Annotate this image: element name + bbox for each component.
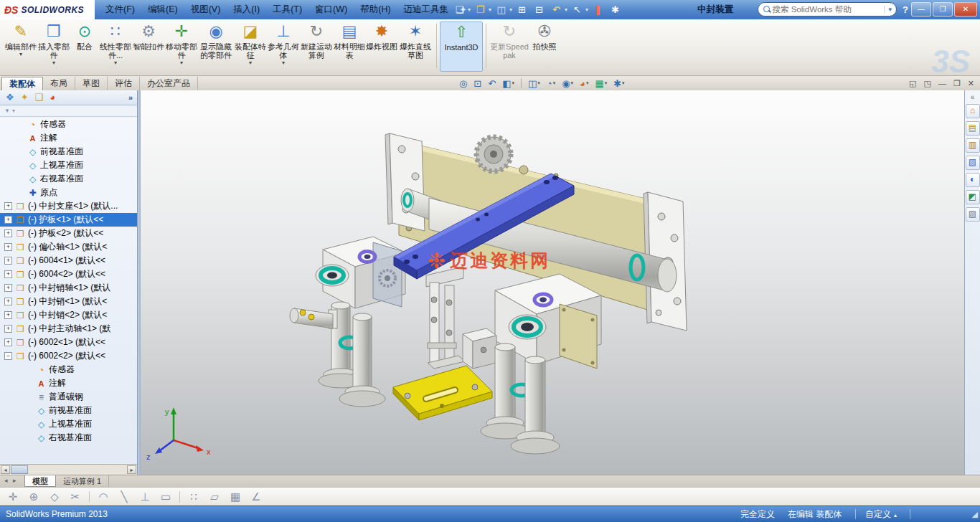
- dropdown-arrow-icon[interactable]: ▾: [509, 6, 512, 13]
- edit-appearance-button[interactable]: ◕▾: [580, 78, 588, 89]
- menu-window[interactable]: 窗口(W): [308, 0, 354, 19]
- section-view-button[interactable]: ◧▾: [502, 78, 514, 89]
- options-button[interactable]: ✱: [608, 1, 623, 19]
- dropdown-arrow-icon[interactable]: ▾: [489, 6, 491, 13]
- displaymanager-tab-icon[interactable]: ◕: [50, 91, 55, 104]
- edit-component-button[interactable]: ✎ 编辑部件 ▾: [4, 22, 37, 72]
- close-button[interactable]: ✕: [954, 2, 977, 16]
- slot-tool-icon[interactable]: ▱: [207, 490, 222, 503]
- customize-menu[interactable]: 自定义▴: [865, 506, 897, 522]
- menu-file[interactable]: 文件(F): [99, 0, 141, 19]
- expand-toggle[interactable]: −: [4, 352, 12, 360]
- pane-splitter-left-icon[interactable]: ◂: [4, 477, 8, 484]
- filter-dropdown-icon[interactable]: ▾: [12, 108, 15, 114]
- tab-sketch[interactable]: 草图: [75, 77, 108, 90]
- part-mid-block[interactable]: [463, 328, 496, 369]
- update-speedpak-button[interactable]: ↻ 更新Speedpak: [489, 22, 529, 72]
- part-left-stub-shaft[interactable]: [290, 308, 337, 328]
- new-motion-study-button[interactable]: ↻ 新建运动算例: [300, 22, 333, 72]
- expand-toggle[interactable]: +: [4, 284, 12, 292]
- tab-motion-study-1[interactable]: 运动算例 1: [56, 475, 109, 487]
- dropdown-arrow-icon[interactable]: ▾: [180, 60, 183, 66]
- configurationmanager-tab-icon[interactable]: ❑: [35, 91, 44, 104]
- bill-of-materials-button[interactable]: ▤ 材料明细表: [333, 22, 366, 72]
- panel-flyout-chevron[interactable]: »: [128, 93, 137, 102]
- expand-toggle[interactable]: +: [4, 270, 12, 278]
- menu-view[interactable]: 视图(V): [184, 0, 227, 19]
- view-orientation-button[interactable]: ◫▾: [528, 78, 540, 89]
- smart-fasteners-button[interactable]: ⚙ 智能扣件: [132, 22, 165, 72]
- scroll-right-button[interactable]: ▸: [127, 465, 136, 474]
- zoom-to-fit-button[interactable]: ◎: [459, 78, 467, 89]
- custom-properties-icon[interactable]: ▨: [966, 207, 980, 222]
- scrollbar-thumb[interactable]: [11, 465, 28, 474]
- tree-item[interactable]: +❒(-) 中封销轴<1> (默认: [0, 281, 137, 295]
- help-button[interactable]: ?: [903, 0, 908, 19]
- expand-toggle[interactable]: +: [4, 243, 12, 251]
- expand-toggle[interactable]: +: [4, 325, 12, 333]
- minimize-button[interactable]: —: [911, 2, 931, 16]
- display-style-button[interactable]: ◔▾: [547, 78, 555, 89]
- graphics-area[interactable]: y x z ❉ 迈迪资料网: [141, 90, 964, 475]
- scroll-left-button[interactable]: ◂: [1, 465, 10, 474]
- sketch-pattern-tool-icon[interactable]: ∷: [187, 490, 201, 503]
- model-canvas[interactable]: y x z: [141, 90, 964, 475]
- arc-tool-icon[interactable]: ◠: [96, 490, 110, 503]
- doc-minimize-button[interactable]: —: [938, 79, 946, 87]
- propertymanager-tab-icon[interactable]: ✦: [21, 91, 29, 104]
- help-search-box[interactable]: ▾: [758, 2, 897, 16]
- zoom-to-area-button[interactable]: ⊡: [473, 78, 481, 89]
- window-layout-icon[interactable]: ◱: [909, 79, 916, 88]
- tree-item[interactable]: +❒(-) 偏心轴<1> (默认<: [0, 240, 137, 254]
- tree-item[interactable]: A注解: [0, 131, 137, 145]
- undo-button[interactable]: ↶: [549, 1, 564, 19]
- corner-rectangle-tool-icon[interactable]: ▭: [159, 490, 173, 503]
- tree-item[interactable]: ◇右视基准面: [0, 172, 137, 186]
- tree-item[interactable]: +❒(-) 6004<2> (默认<<: [0, 267, 137, 281]
- tab-office-products[interactable]: 办公室产品: [140, 77, 198, 90]
- view-palette-icon[interactable]: ▧: [966, 156, 980, 170]
- solidworks-resources-icon[interactable]: ⌂: [966, 104, 980, 118]
- tree-horizontal-scrollbar[interactable]: ◂ ▸: [0, 464, 137, 475]
- part-yellow-plate[interactable]: [393, 366, 492, 420]
- select-point-tool-icon[interactable]: ✛: [6, 490, 20, 503]
- tree-item[interactable]: +❒(-) 护板<2> (默认<<: [0, 227, 137, 240]
- tree-item[interactable]: ◇前视基准面: [0, 145, 137, 158]
- linear-component-pattern-button[interactable]: ∷ 线性零部件... ▾: [99, 22, 132, 72]
- new-document-button[interactable]: ❏: [452, 1, 467, 19]
- take-snapshot-button[interactable]: ✇ 拍快照: [529, 22, 560, 72]
- dropdown-arrow-icon[interactable]: ▾: [622, 80, 625, 86]
- expand-toggle[interactable]: +: [4, 202, 12, 210]
- tree-item[interactable]: ✚原点: [0, 186, 137, 199]
- dropdown-arrow-icon[interactable]: ▾: [52, 60, 55, 66]
- exploded-view-button[interactable]: ✸ 爆炸视图: [366, 22, 397, 72]
- assembly-features-button[interactable]: ◪ 装配体特征 ▾: [234, 22, 267, 72]
- tree-filter-bar[interactable]: ▼ ▾: [0, 105, 137, 117]
- dropdown-arrow-icon[interactable]: ▾: [512, 80, 514, 86]
- expand-toggle[interactable]: +: [4, 298, 12, 305]
- tab-layout[interactable]: 布局: [43, 77, 75, 90]
- explode-line-sketch-button[interactable]: ✶ 爆炸直线草图: [397, 22, 433, 72]
- menu-help[interactable]: 帮助(H): [354, 0, 397, 19]
- perpendicular-tool-icon[interactable]: ⊥: [138, 490, 152, 503]
- dropdown-arrow-icon[interactable]: ▾: [586, 80, 589, 86]
- dropdown-arrow-icon[interactable]: ▾: [605, 80, 608, 86]
- trim-entities-tool-icon[interactable]: ✂: [68, 490, 83, 503]
- smart-dimension-tool-icon[interactable]: ∠: [249, 490, 263, 503]
- design-library-icon[interactable]: ▤: [966, 121, 980, 136]
- view-settings-button[interactable]: ✱▾: [613, 78, 624, 89]
- previous-view-button[interactable]: ↶: [488, 78, 496, 89]
- dropdown-arrow-icon[interactable]: ▾: [571, 80, 574, 86]
- appearances-icon[interactable]: ◐: [966, 173, 980, 187]
- dropdown-arrow-icon[interactable]: ▾: [565, 6, 567, 13]
- expand-toggle[interactable]: +: [4, 229, 12, 237]
- part-left-gearbox[interactable]: [316, 237, 405, 308]
- tree-item[interactable]: +❒(-) 中封主动轴<1> (默: [0, 322, 137, 336]
- featuremanager-tab-icon[interactable]: ❖: [6, 91, 14, 104]
- move-component-button[interactable]: ✛ 移动零部件 ▾: [165, 22, 198, 72]
- menu-insert[interactable]: 插入(I): [227, 0, 266, 19]
- doc-restore-button[interactable]: ❐: [953, 79, 961, 88]
- insert-components-button[interactable]: ❒ 插入零部件 ▾: [37, 22, 70, 72]
- dropdown-arrow-icon[interactable]: ▾: [468, 6, 471, 13]
- tree-item[interactable]: +❒(-) 6002<1> (默认<<: [0, 336, 137, 349]
